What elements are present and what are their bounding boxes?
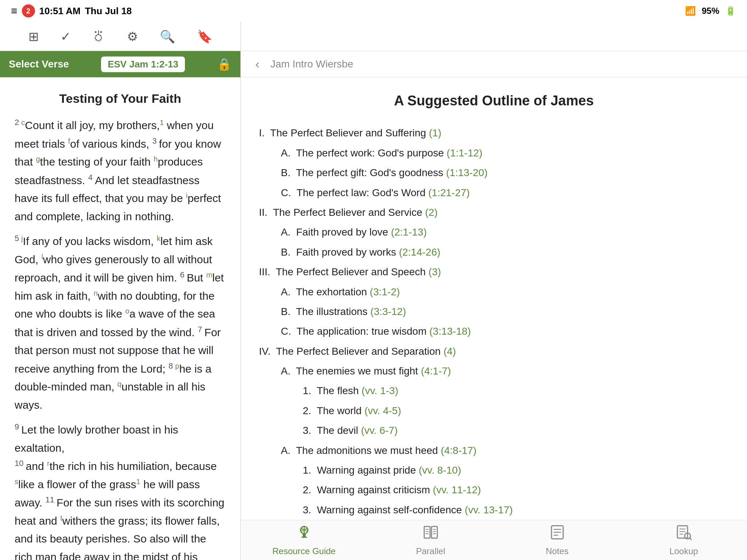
outline-item: A. Faith proved by love (2:1-13): [281, 223, 729, 241]
outline-item: 2. Warning against criticism (vv. 11-12): [303, 481, 729, 499]
lookup-label: Lookup: [669, 546, 698, 556]
right-panel-header: ‹ Jam Intro Wiersbe: [241, 51, 747, 77]
tab-notes[interactable]: Notes: [525, 524, 590, 556]
resource-guide-label: Resource Guide: [272, 546, 336, 556]
tab-lookup[interactable]: Lookup: [651, 524, 717, 556]
outline-content: A Suggested Outline of James I. The Perf…: [241, 77, 747, 520]
verse-11-num: 11: [45, 495, 57, 504]
svg-line-20: [689, 538, 691, 540]
select-verse-label[interactable]: Select Verse: [9, 58, 69, 70]
verse-8-num: 8: [169, 361, 175, 370]
verse-7-num: 7: [198, 325, 204, 334]
outline-item: A. The enemies we must fight (4:1-7): [281, 362, 729, 380]
verse-6-num: 6: [180, 270, 187, 279]
library-icon[interactable]: ⊞: [28, 29, 39, 44]
search-icon[interactable]: 🔍: [160, 29, 175, 44]
bible-passage-3: 9 Let the lowly brother boast in his exa…: [15, 420, 226, 457]
status-bar-right: 📶 95% 🔋: [685, 6, 736, 16]
verse-ref-badge[interactable]: ESV Jam 1:2-13: [101, 57, 185, 72]
tab-parallel[interactable]: Parallel: [398, 524, 464, 556]
outline-item: 2. The world (vv. 4-5): [303, 402, 729, 420]
right-header-title: Jam Intro Wiersbe: [270, 58, 353, 70]
battery-indicator: 95%: [702, 6, 719, 16]
svg-rect-2: [301, 537, 307, 538]
notification-badge: 2: [22, 4, 35, 18]
wifi-icon: 📶: [685, 6, 696, 16]
resource-guide-icon: [296, 524, 312, 544]
outline-item: 3. Warning against self-confidence (vv. …: [303, 501, 729, 519]
outline-item: 1. Warning against pride (vv. 8-10): [303, 461, 729, 479]
tab-resource-guide[interactable]: Resource Guide: [271, 524, 337, 556]
section-title: Testing of Your Faith: [15, 88, 226, 109]
bookmark-icon[interactable]: 🔖: [197, 29, 212, 44]
lookup-icon: [676, 524, 692, 544]
outline-item: A. The admonitions we must heed (4:8-17): [281, 442, 729, 460]
outline-item: III. The Perfect Believer and Speech (3): [259, 263, 729, 281]
verse-5-num: 5: [15, 234, 21, 243]
bible-text-content: Testing of Your Faith 2 cCount it all jo…: [0, 77, 240, 560]
left-panel: Select Verse ESV Jam 1:2-13 🔒 Testing of…: [0, 51, 241, 560]
hamburger-icon[interactable]: ≡: [11, 5, 18, 17]
outline-item: B. The illustrations (3:3-12): [281, 303, 729, 321]
status-time: 10:51 AM: [39, 5, 81, 17]
outline-item: B. The perfect gift: God's goodness (1:1…: [281, 164, 729, 182]
outline-item: II. The Perfect Believer and Service (2): [259, 203, 729, 222]
outline-item: I. The Perfect Believer and Suffering (1…: [259, 124, 729, 142]
outline-item: C. The perfect law: God's Word (1:21-27): [281, 184, 729, 202]
verse-9-num: 9: [15, 422, 21, 431]
lock-icon[interactable]: 🔒: [217, 57, 232, 71]
bible-passage-4: 10 and rthe rich in his humiliation, bec…: [15, 457, 226, 560]
cart-icon[interactable]: ⛣: [93, 29, 105, 43]
parallel-icon: [423, 524, 439, 544]
toolbar: ⊞ ✓ ⛣ ⚙ 🔍 🔖: [0, 22, 241, 51]
outline-item: C. The application: true wisdom (3:13-18…: [281, 322, 729, 341]
battery-icon: 🔋: [725, 6, 736, 16]
verse-10-num: 10: [15, 459, 26, 468]
verse-4-num: 4: [88, 173, 95, 182]
tab-bar: Resource Guide Parallel: [241, 520, 747, 560]
status-bar: ≡ 2 10:51 AM Thu Jul 18 📶 95% 🔋: [0, 0, 747, 22]
outline-item: IV. The Perfect Believer and Separation …: [259, 342, 729, 361]
right-panel: ‹ Jam Intro Wiersbe A Suggested Outline …: [241, 51, 747, 560]
outline-item: 3. The devil (vv. 6-7): [303, 421, 729, 440]
bible-passage: 2 cCount it all joy, my brothers,1 when …: [15, 116, 226, 225]
status-bar-left: ≡ 2 10:51 AM Thu Jul 18: [11, 4, 132, 18]
outline-title: A Suggested Outline of James: [259, 88, 729, 113]
verse-2-num: 2: [15, 118, 21, 127]
parallel-label: Parallel: [416, 546, 445, 556]
checkmark-icon[interactable]: ✓: [61, 29, 71, 44]
outline-item: A. The perfect work: God's purpose (1:1-…: [281, 144, 729, 162]
back-button[interactable]: ‹: [255, 57, 259, 71]
outline-item: 1. The flesh (vv. 1-3): [303, 382, 729, 400]
status-date: Thu Jul 18: [85, 5, 132, 17]
notes-icon: [549, 524, 565, 544]
svg-rect-4: [431, 526, 437, 538]
svg-rect-3: [424, 526, 430, 538]
verse-3-num: 3: [152, 136, 159, 145]
gear-icon[interactable]: ⚙: [127, 29, 138, 44]
select-verse-bar: Select Verse ESV Jam 1:2-13 🔒: [0, 51, 240, 77]
notes-label: Notes: [546, 546, 569, 556]
main-content: Select Verse ESV Jam 1:2-13 🔒 Testing of…: [0, 51, 747, 560]
bible-passage-2: 5 jIf any of you lacks wisdom, klet him …: [15, 232, 226, 414]
outline-item: A. The exhortation (3:1-2): [281, 283, 729, 301]
outline-item: B. Faith proved by works (2:14-26): [281, 243, 729, 261]
